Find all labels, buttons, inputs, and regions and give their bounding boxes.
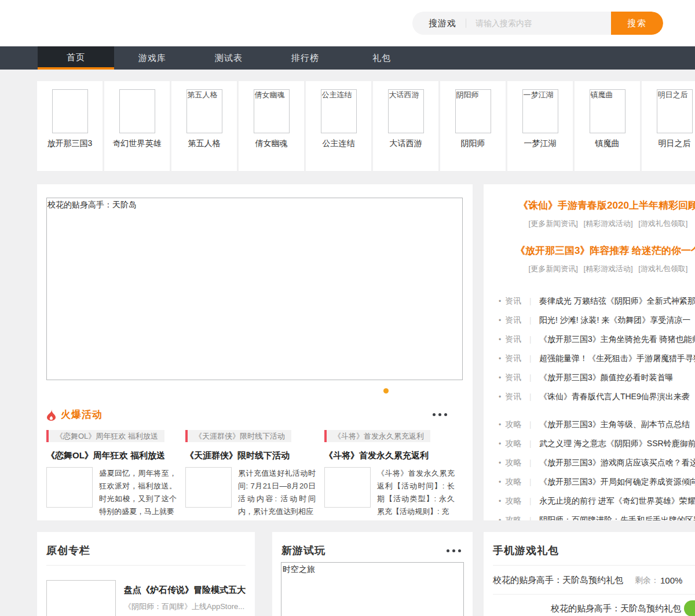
gift-claim-button[interactable]: 领取 bbox=[684, 600, 695, 616]
more-dots-icon[interactable] bbox=[447, 549, 461, 552]
game-item[interactable]: 放开那三国3 bbox=[37, 81, 103, 171]
news-category: 资讯 bbox=[505, 353, 521, 363]
news-item-text[interactable]: 奏律成光 万籁结弦《阴阳师》全新式神紧那 bbox=[539, 296, 695, 305]
news-item-text[interactable]: 永无止境的前行 进军《奇幻世界英雄》荣耀 bbox=[539, 496, 695, 505]
news-item[interactable]: •资讯｜《放开那三国3》主角坐骑抢先看 骑猪也能帅 bbox=[499, 330, 695, 349]
game-item[interactable]: 阴阳师 阴阳师 bbox=[440, 81, 506, 171]
activity-card[interactable]: 《斗将》首发永久累充返利 《斗将》首发永久累充返利 《斗将》首发永久累充返利【活… bbox=[324, 430, 455, 518]
news-item[interactable]: •资讯｜超强能量弹！《生死狙击》手游屠魔猎手寻狼 bbox=[499, 349, 695, 368]
news-category: 攻略 bbox=[505, 439, 521, 448]
game-item[interactable]: 大话西游 大话西游 bbox=[373, 81, 438, 171]
gift-name[interactable]: 校花的贴身高手：天阶岛预约礼包 bbox=[551, 603, 681, 614]
news-headline[interactable]: 《放开那三国3》阵容推荐 给迷茫的你一个 bbox=[484, 244, 695, 257]
more-dots-icon[interactable] bbox=[433, 413, 447, 416]
news-item[interactable]: •攻略｜阴阳师：百闻牌进阶：先手和后手出牌的区别 bbox=[499, 511, 695, 520]
news-item-text[interactable]: 武之义理 海之意志《阴阳师》SSR铃鹿御前 bbox=[539, 439, 695, 448]
activity-card-title[interactable]: 《天涯群侠》限时线下活动 bbox=[185, 450, 316, 461]
news-headline[interactable]: 《诛仙》手游青春版2020上半年精彩回顾 bbox=[484, 199, 695, 212]
news-item[interactable]: •攻略｜《放开那三国3》主角等级、副本节点总结 bbox=[499, 415, 695, 434]
search-button[interactable]: 搜索 bbox=[611, 12, 663, 35]
activity-card-tab[interactable]: 《恋舞OL》周年狂欢 福利放送 bbox=[46, 430, 164, 442]
news-item-text[interactable]: 《放开那三国3》颜值控必看时装首曝 bbox=[539, 373, 674, 382]
gift-name[interactable]: 校花的贴身高手：天阶岛预约礼包 bbox=[493, 575, 623, 586]
search-bar-left: 搜游戏 bbox=[412, 12, 611, 35]
news-item-text[interactable]: 超强能量弹！《生死狙击》手游屠魔猎手寻狼 bbox=[539, 353, 695, 363]
news-item[interactable]: •资讯｜阳光! 沙滩! 泳装! 来《劲舞团》享受清凉一 bbox=[499, 311, 695, 330]
game-thumb-broken-image: 明日之后 bbox=[657, 89, 693, 133]
search-category-label[interactable]: 搜游戏 bbox=[429, 18, 456, 29]
article-item[interactable]: 盘点《炉石传说》冒险模式五大设.. 《阴阳师：百闻牌》上线AppStore...… bbox=[46, 580, 246, 616]
game-item[interactable]: 公主连结 公主连结 bbox=[306, 81, 371, 171]
more-news-link[interactable]: [更多新闻资讯] bbox=[529, 264, 578, 273]
news-item-text[interactable]: 《放开那三国3》开局如何确定养成资源倾向 bbox=[539, 477, 695, 486]
game-label: 大话西游 bbox=[390, 138, 422, 149]
separator: ｜ bbox=[526, 420, 534, 429]
news-item-text[interactable]: 《放开那三国3》游戏商店应该买点啥？看这 bbox=[539, 458, 695, 467]
game-item[interactable]: 一梦江湖 一梦江湖 bbox=[507, 81, 573, 171]
carousel-broken-image[interactable]: 校花的贴身高手：天阶岛 bbox=[46, 198, 463, 380]
nav-item-test-schedule[interactable]: 测试表 bbox=[191, 46, 267, 70]
news-category: 攻略 bbox=[505, 515, 521, 520]
activity-card-title[interactable]: 《恋舞OL》周年狂欢 福利放送 bbox=[46, 450, 177, 461]
activity-card-title[interactable]: 《斗将》首发永久累充返利 bbox=[324, 450, 455, 461]
nav-item-home[interactable]: 首页 bbox=[38, 46, 114, 70]
gift-remain-label: 剩余： bbox=[635, 575, 659, 586]
news-item-text[interactable]: 《放开那三国3》主角坐骑抢先看 骑猪也能帅 bbox=[539, 334, 695, 344]
news-item-text[interactable]: 《放开那三国3》主角等级、副本节点总结 bbox=[539, 420, 690, 429]
news-item-text[interactable]: 阴阳师：百闻牌进阶：先手和后手出牌的区别 bbox=[539, 515, 695, 520]
game-label: 阴阳师 bbox=[461, 138, 485, 149]
game-label: 明日之后 bbox=[659, 138, 691, 149]
activity-card-tab[interactable]: 《天涯群侠》限时线下活动 bbox=[185, 430, 291, 442]
more-news-link[interactable]: [更多新闻资讯] bbox=[529, 219, 578, 228]
article-title[interactable]: 盘点《炉石传说》冒险模式五大设.. bbox=[124, 580, 246, 596]
game-thumb-broken-image: 公主连结 bbox=[321, 89, 357, 133]
nav-item-gift-packs[interactable]: 礼包 bbox=[343, 46, 420, 70]
gifts-link[interactable]: [游戏礼包领取] bbox=[638, 219, 687, 228]
game-item[interactable]: 镇魔曲 镇魔曲 bbox=[575, 81, 640, 171]
bullet-icon: • bbox=[499, 478, 501, 486]
news-item[interactable]: •资讯｜《诛仙》青春版代言人THE9仙界演出来袭 bbox=[499, 387, 695, 406]
nav-item-game-library[interactable]: 游戏库 bbox=[114, 46, 191, 70]
panel-header: 新游试玩 bbox=[272, 532, 473, 557]
news-item[interactable]: •资讯｜《放开那三国3》颜值控必看时装首曝 bbox=[499, 368, 695, 387]
activities-link[interactable]: [精彩游戏活动] bbox=[583, 264, 632, 273]
trial-broken-image[interactable]: 时空之旅 bbox=[281, 562, 464, 616]
activity-thumb-broken-image bbox=[185, 467, 232, 508]
game-item[interactable]: 第五人格 第五人格 bbox=[171, 81, 237, 171]
game-item[interactable]: 奇幻世界英雄 bbox=[104, 81, 170, 171]
news-list-zixun: •资讯｜奏律成光 万籁结弦《阴阳师》全新式神紧那 •资讯｜阳光! 沙滩! 泳装!… bbox=[499, 291, 695, 406]
game-thumb-broken-image bbox=[119, 89, 155, 133]
separator: ｜ bbox=[526, 335, 534, 344]
news-category: 攻略 bbox=[505, 496, 521, 505]
activity-card-text: 盛夏回忆，周年将至，狂欢派对，福利放送。时光如梭，又到了这个特别的盛夏，马上就要 bbox=[99, 469, 177, 516]
game-label: 一梦江湖 bbox=[524, 138, 557, 149]
game-item[interactable]: 明日之后 明日之后 bbox=[642, 81, 695, 171]
bullet-icon: • bbox=[499, 336, 501, 344]
news-item-text[interactable]: 《诛仙》青春版代言人THE9仙界演出来袭 bbox=[539, 392, 690, 401]
divider bbox=[46, 565, 246, 566]
game-item[interactable]: 倩女幽魂 倩女幽魂 bbox=[239, 81, 304, 171]
news-item-text[interactable]: 阳光! 沙滩! 泳装! 来《劲舞团》享受清凉一 bbox=[539, 315, 690, 325]
hot-activities-title: 火爆活动 bbox=[61, 408, 103, 421]
search-input[interactable] bbox=[475, 19, 586, 28]
separator: ｜ bbox=[526, 297, 534, 305]
news-item[interactable]: •攻略｜《放开那三国3》游戏商店应该买点啥？看这 bbox=[499, 453, 695, 472]
carousel-active-dot[interactable] bbox=[383, 388, 389, 393]
activity-card-body: 《斗将》首发永久累充返利【活动时间】: 长期【活动类型】: 永久累充【活动规则】… bbox=[324, 467, 455, 518]
nav-item-rankings[interactable]: 排行榜 bbox=[267, 46, 343, 70]
news-item[interactable]: •攻略｜永无止境的前行 进军《奇幻世界英雄》荣耀 bbox=[499, 491, 695, 511]
article-subtitle[interactable]: 《阴阳师：百闻牌》上线AppStore... bbox=[124, 602, 246, 612]
activity-card[interactable]: 《天涯群侠》限时线下活动 《天涯群侠》限时线下活动 累计充值送好礼活动时间: 7… bbox=[185, 430, 316, 518]
gifts-link[interactable]: [游戏礼包领取] bbox=[638, 264, 687, 273]
activity-card-tab[interactable]: 《斗将》首发永久累充返利 bbox=[324, 430, 430, 442]
activities-link[interactable]: [精彩游戏活动] bbox=[583, 219, 632, 228]
activity-thumb-broken-image bbox=[324, 467, 371, 508]
news-item[interactable]: •资讯｜奏律成光 万籁结弦《阴阳师》全新式神紧那 bbox=[499, 291, 695, 311]
news-item[interactable]: •攻略｜《放开那三国3》开局如何确定养成资源倾向 bbox=[499, 472, 695, 491]
news-item[interactable]: •攻略｜武之义理 海之意志《阴阳师》SSR铃鹿御前 bbox=[499, 434, 695, 453]
hot-activities-header: 火爆活动 bbox=[46, 408, 463, 421]
divider bbox=[493, 594, 695, 595]
new-game-trial-title: 新游试玩 bbox=[281, 544, 325, 557]
bullet-icon: • bbox=[499, 374, 501, 382]
activity-card[interactable]: 《恋舞OL》周年狂欢 福利放送 《恋舞OL》周年狂欢 福利放送 盛夏回忆，周年将… bbox=[46, 430, 177, 518]
